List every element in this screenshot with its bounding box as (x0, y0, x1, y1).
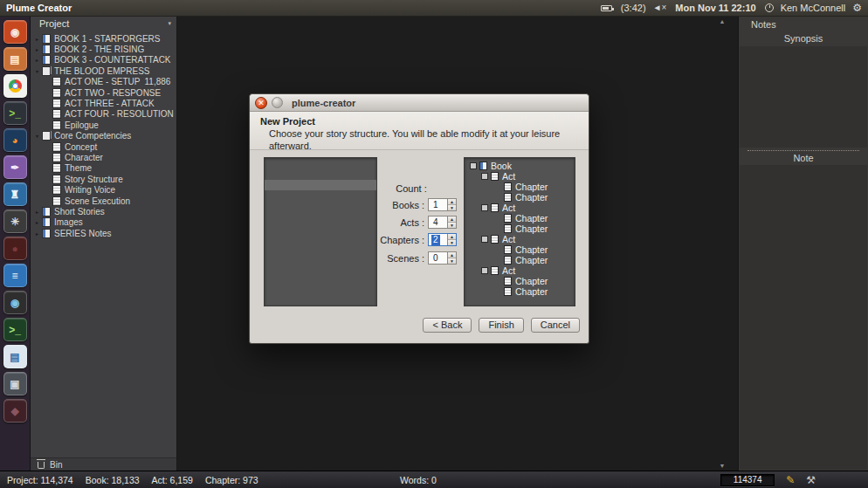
expander-icon[interactable]: ▸ (33, 46, 41, 52)
media-disc-icon[interactable]: ◉ (3, 291, 27, 314)
text-editor-icon[interactable]: ≡ (3, 264, 27, 287)
preview-tree-item[interactable]: Chapter (465, 255, 575, 265)
tree-item[interactable]: ▸ BOOK 2 - THE RISING (31, 44, 176, 54)
firefox-icon[interactable]: ◕ (3, 128, 27, 152)
cancel-button[interactable]: Cancel (531, 318, 580, 333)
note-editor[interactable] (740, 165, 867, 470)
expander-icon[interactable]: ▸ (33, 36, 41, 42)
preview-tree-item[interactable]: Act (465, 171, 575, 182)
tree-item[interactable]: ACT TWO - RESPONSE (31, 87, 176, 98)
maximize-button[interactable] (272, 97, 283, 108)
structure-option[interactable] (265, 170, 376, 181)
edit-pencil-icon[interactable]: ✎ (786, 475, 795, 485)
tree-item[interactable]: ACT FOUR - RESOLUTION (31, 109, 176, 120)
tree-item[interactable]: Story Structure (31, 174, 176, 184)
preview-tree-item[interactable]: Chapter (465, 182, 575, 192)
tree-item[interactable]: Theme (31, 163, 176, 174)
checkbox[interactable] (481, 204, 488, 211)
screenshot-icon[interactable]: ▣ (3, 372, 27, 395)
preview-tree-item[interactable]: Act (465, 203, 575, 213)
preview-tree-item[interactable]: Chapter (465, 244, 575, 255)
expander-icon[interactable]: ▾ (33, 133, 41, 139)
spin-down-icon[interactable]: ▼ (448, 239, 456, 245)
finish-button[interactable]: Finish (479, 318, 523, 333)
tools-icon[interactable]: ⚒ (806, 475, 816, 485)
checkbox[interactable] (481, 173, 488, 180)
gear-icon[interactable]: ⚙ (852, 2, 862, 14)
tree-item[interactable]: Epilogue (31, 120, 176, 130)
scenes-spinner[interactable]: 0 ▲▼ (428, 251, 457, 265)
preview-tree-item[interactable]: Chapter (465, 213, 575, 223)
tree-item[interactable]: ▸ BOOK 1 - STARFORGERS (31, 33, 176, 44)
tree-item[interactable]: ▾ Core Competencies (31, 131, 176, 141)
close-button[interactable]: ✕ (255, 97, 267, 109)
structure-listbox[interactable] (264, 157, 377, 306)
expander-icon[interactable]: ▸ (33, 230, 41, 237)
document-icon[interactable]: ▤ (3, 345, 27, 368)
spin-down-icon[interactable]: ▼ (448, 258, 456, 264)
scroll-down-icon[interactable]: ▼ (720, 463, 726, 469)
tree-item[interactable]: Scene Execution (31, 196, 176, 206)
battery-time[interactable]: (3:42) (621, 3, 646, 13)
structure-preview-tree[interactable]: Book Act Chapter Chapter (464, 157, 575, 306)
tree-item[interactable]: Character (31, 152, 176, 162)
app-gray-icon[interactable]: ✳ (3, 210, 27, 233)
tree-item[interactable]: Writing Voice (31, 184, 176, 195)
chrome-icon[interactable] (3, 74, 27, 98)
synopsis-editor[interactable] (740, 46, 867, 148)
tree-item[interactable]: ▾ THE BLOOD EMPRESS (31, 65, 176, 76)
expander-icon[interactable]: ▾ (33, 68, 41, 74)
bin-row[interactable]: Bin (31, 457, 176, 471)
tree-item[interactable]: ▸ Images (31, 217, 176, 228)
spin-down-icon[interactable]: ▼ (448, 204, 456, 210)
acts-spinner[interactable]: 4 ▲▼ (428, 216, 457, 229)
tree-item[interactable]: ▸ BOOK 3 - COUNTERATTACK (31, 55, 176, 65)
tree-item[interactable]: ▸ SERIES Notes (31, 228, 176, 238)
preview-tree-item[interactable]: Book (465, 161, 575, 171)
preview-tree-item[interactable]: Act (465, 234, 575, 244)
spin-down-icon[interactable]: ▼ (448, 222, 456, 228)
tree-item[interactable]: ▸ Short Stories (31, 206, 176, 217)
expander-icon[interactable]: ▸ (33, 219, 41, 225)
preview-tree-item[interactable]: Chapter (465, 192, 575, 203)
terminal-icon[interactable]: >_ (3, 101, 27, 125)
scenes-spin-arrows[interactable]: ▲▼ (447, 252, 456, 264)
app-maroon-icon[interactable]: ◆ (3, 399, 27, 423)
checkbox[interactable] (481, 236, 488, 243)
user-menu[interactable]: Ken McConnell (781, 3, 846, 13)
files-icon[interactable]: ▤ (3, 47, 27, 71)
app-darkred-icon[interactable]: ● (3, 237, 27, 260)
acts-spin-arrows[interactable]: ▲▼ (447, 217, 456, 228)
preview-tree-item[interactable]: Chapter (465, 276, 575, 286)
app-blue-icon[interactable]: ♜ (3, 182, 27, 206)
books-spinner[interactable]: 1 ▲▼ (428, 198, 457, 211)
battery-icon[interactable] (601, 5, 612, 11)
green-terminal-icon[interactable]: >_ (3, 318, 27, 341)
expander-icon[interactable]: ▸ (33, 57, 41, 63)
preview-tree-item[interactable]: Chapter (465, 286, 575, 297)
preview-tree-item[interactable]: Act (465, 265, 575, 276)
dialog-titlebar[interactable]: ✕ plume-creator (250, 94, 589, 112)
word-count-field[interactable]: 114374 (720, 474, 775, 486)
tree-item[interactable]: Concept (31, 141, 176, 152)
session-icon[interactable] (765, 3, 774, 12)
panel-menu-icon[interactable]: ▾ (168, 20, 171, 27)
tree-item[interactable]: ACT ONE - SETUP 11,886 (31, 77, 176, 87)
structure-option[interactable] (265, 180, 376, 190)
back-button[interactable]: < Back (423, 318, 472, 333)
preview-tree-item[interactable]: Chapter (465, 223, 575, 234)
structure-option[interactable] (265, 160, 376, 170)
tree-item[interactable]: ACT THREE - ATTACK (31, 98, 176, 108)
checkbox[interactable] (470, 162, 477, 169)
dash-home-icon[interactable]: ◉ (3, 20, 27, 44)
checkbox[interactable] (481, 267, 488, 274)
scroll-up-icon[interactable]: ▲ (720, 18, 726, 24)
volume-icon[interactable]: ◄× (653, 3, 667, 12)
editor-scrollbar[interactable]: ▲ ▼ (717, 18, 727, 469)
books-spin-arrows[interactable]: ▲▼ (447, 199, 456, 210)
plume-creator-icon[interactable]: ✒ (3, 155, 27, 179)
clock[interactable]: Mon Nov 11 22:10 (675, 3, 755, 13)
chapters-spin-arrows[interactable]: ▲▼ (447, 234, 456, 245)
expander-icon[interactable]: ▸ (33, 209, 41, 215)
chapters-spinner[interactable]: 2 ▲▼ (428, 233, 457, 246)
